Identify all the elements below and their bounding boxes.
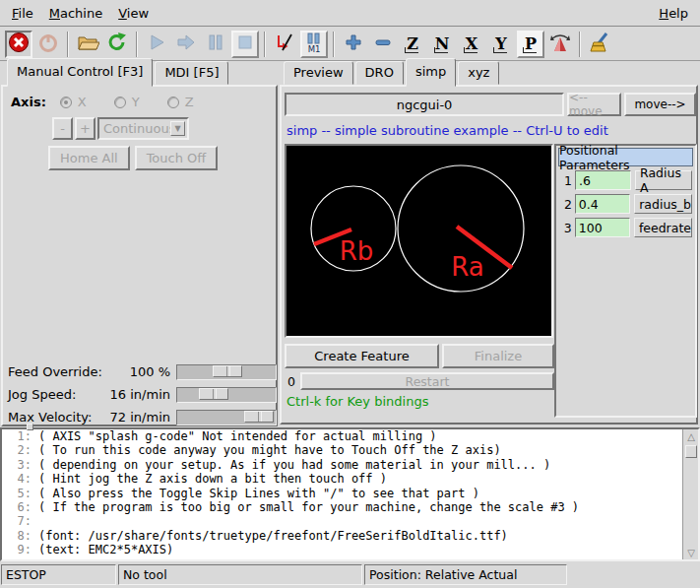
tab-dro[interactable]: DRO: [355, 61, 404, 85]
scrollbar-thumb[interactable]: [685, 445, 697, 458]
param-value-input[interactable]: 0.4: [575, 194, 630, 214]
radius-b-canvas-label: Rb: [340, 236, 374, 266]
feed-override-row: Feed Override: 100 %: [3, 361, 280, 382]
pause-button[interactable]: [202, 31, 229, 58]
ngcgui-tab-id-entry[interactable]: ngcgui-0: [285, 93, 564, 116]
home-all-button[interactable]: Home All: [48, 146, 130, 170]
vertical-scrollbar[interactable]: △ ▽: [682, 429, 698, 559]
svg-text:M1: M1: [308, 44, 321, 53]
view-perspective-icon: P: [525, 36, 537, 52]
toggle-skip-lines-button[interactable]: [271, 31, 298, 58]
radio-icon: [167, 97, 179, 108]
optional-pause-m1-icon: M1: [303, 32, 325, 56]
run-icon: [147, 33, 166, 55]
pane-sash-grip[interactable]: [27, 424, 33, 430]
tab-simp[interactable]: simp: [406, 58, 456, 87]
scroll-down-icon[interactable]: ▽: [684, 546, 698, 559]
axis-label: Axis:: [11, 95, 46, 109]
zoom-out-button[interactable]: [369, 31, 397, 58]
radio-icon: [60, 97, 72, 108]
restart-button[interactable]: Restart: [300, 372, 554, 390]
gcode-line: 5:( Also press the Toggle Skip Lines wit…: [2, 487, 698, 500]
slider-thumb[interactable]: [213, 365, 242, 377]
gcode-line: 1:( AXIS "splash g-code" Not intended fo…: [2, 429, 698, 443]
toolbar-separator: [136, 32, 138, 57]
radio-icon: [114, 97, 126, 108]
reload-button[interactable]: [103, 31, 131, 58]
menu-bar: File Machine View Help: [0, 0, 700, 27]
right-tab-bar: Preview DRO simp xyz: [284, 61, 501, 85]
status-estop: ESTOP: [1, 564, 116, 585]
gcode-line: 9:(text: EMC2*5*AXIS): [2, 543, 698, 556]
slider-thumb[interactable]: [244, 411, 274, 423]
max-velocity-value: 72 in/min: [88, 410, 170, 425]
stop-button[interactable]: [231, 31, 259, 58]
open-file-button[interactable]: [74, 31, 101, 58]
zoom-in-button[interactable]: [340, 31, 367, 58]
move-right-button[interactable]: move-->: [624, 93, 696, 116]
jog-mode-combobox[interactable]: Continuous ▼: [97, 117, 189, 140]
view-z-rotated-icon: N: [435, 36, 450, 52]
subroutine-preview-drawing: Rb Ra: [286, 146, 551, 336]
minus-icon: [373, 33, 393, 55]
toggle-optional-pause-button[interactable]: M1: [300, 31, 328, 58]
stop-icon: [235, 33, 255, 55]
radius-a-canvas-label: Ra: [451, 252, 483, 282]
toolbar-separator: [333, 32, 335, 57]
toolbar-separator: [579, 32, 581, 57]
menu-file[interactable]: File: [4, 2, 41, 25]
tab-xyz[interactable]: xyz: [458, 61, 499, 85]
gcode-text-view[interactable]: 1:( AXIS "splash g-code" Not intended fo…: [0, 427, 700, 561]
axis-radio-z[interactable]: Z: [167, 95, 194, 109]
step-button[interactable]: [172, 31, 200, 58]
pause-icon: [206, 33, 225, 55]
toolbar-separator: [67, 32, 69, 57]
jog-minus-button[interactable]: -: [52, 117, 73, 140]
param-number: 1: [559, 173, 575, 188]
jog-plus-button[interactable]: +: [75, 117, 95, 140]
slider-thumb[interactable]: [199, 388, 228, 400]
menu-view[interactable]: View: [110, 2, 157, 25]
param-value-input[interactable]: .6: [575, 170, 631, 190]
axis-radio-x[interactable]: X: [60, 95, 87, 109]
estop-icon: [8, 32, 30, 56]
axis-radio-y[interactable]: Y: [114, 95, 140, 109]
gcode-line: 3:( depending on your setup. As if you h…: [2, 458, 698, 472]
chevron-down-icon[interactable]: ▼: [170, 121, 185, 136]
positional-parameters-panel: Positional Parameters 1 .6 Radius A 2 0.…: [554, 144, 697, 418]
ngcgui-panel: ngcgui-0 <--move move--> simp -- simple …: [280, 85, 698, 425]
create-feature-button[interactable]: Create Feature: [285, 344, 439, 368]
param-row: 3 100 feedrate: [559, 218, 692, 237]
jog-speed-label: Jog Speed:: [8, 387, 76, 402]
tab-mdi[interactable]: MDI [F5]: [155, 61, 228, 85]
view-z-rotated-button[interactable]: N: [428, 31, 456, 58]
tab-manual-control[interactable]: Manual Control [F3]: [7, 58, 153, 87]
menu-help[interactable]: Help: [651, 2, 696, 25]
tab-preview[interactable]: Preview: [284, 61, 353, 85]
finalize-button[interactable]: Finalize: [442, 344, 554, 368]
jog-speed-row: Jog Speed: 16 in/min: [3, 384, 280, 405]
machine-power-button[interactable]: [34, 31, 62, 58]
param-value-input[interactable]: 100: [575, 218, 630, 237]
home-row: Home All Touch Off: [48, 146, 223, 170]
view-y-button[interactable]: Y: [487, 31, 515, 58]
run-button[interactable]: [143, 31, 170, 58]
jog-speed-slider[interactable]: [176, 387, 277, 403]
view-perspective-button[interactable]: P: [517, 31, 544, 58]
view-y-icon: Y: [495, 36, 506, 52]
max-velocity-row: Max Velocity: 72 in/min: [3, 407, 280, 427]
menu-machine[interactable]: Machine: [41, 2, 110, 25]
max-velocity-slider[interactable]: [176, 410, 277, 425]
gcode-line: 6:( If the program is too big or small f…: [2, 500, 698, 514]
scroll-up-icon[interactable]: △: [684, 429, 698, 443]
toolbar-separator: [264, 32, 266, 57]
view-z-button[interactable]: Z: [399, 31, 426, 58]
positional-parameters-header: Positional Parameters: [558, 148, 693, 166]
move-left-button[interactable]: <--move: [567, 93, 621, 116]
touch-off-button[interactable]: Touch Off: [135, 146, 219, 170]
rotate-view-button[interactable]: [546, 31, 574, 58]
estop-button[interactable]: [5, 31, 32, 58]
view-x-button[interactable]: X: [458, 31, 485, 58]
clear-plot-button[interactable]: [586, 31, 613, 58]
feed-override-slider[interactable]: [176, 364, 277, 380]
